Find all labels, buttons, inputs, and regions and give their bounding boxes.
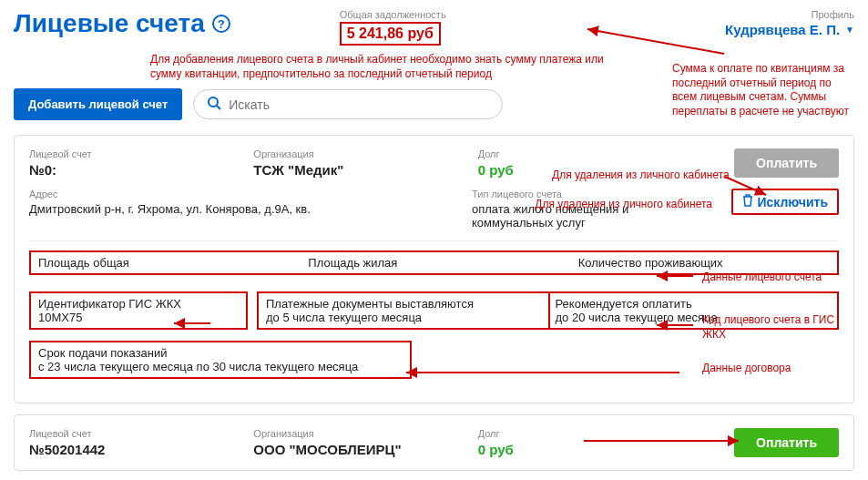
annotation-delete-text: Для удаления из личного кабинета	[552, 169, 730, 183]
org-label: Организация	[253, 428, 459, 439]
search-icon	[207, 96, 221, 113]
account-value: №50201442	[29, 442, 235, 457]
debt-value: 5 241,86 руб	[340, 22, 441, 46]
debt-label: Общая задолженность	[340, 9, 446, 20]
svg-line-2	[217, 106, 220, 109]
org-label: Организация	[253, 148, 459, 159]
exclude-button[interactable]: Исключить	[731, 189, 839, 215]
org-value: ООО "МОСОБЛЕИРЦ"	[253, 442, 459, 457]
org-value: ТСЖ "Медик"	[253, 162, 459, 178]
debt-label: Долг	[478, 428, 684, 439]
address-value: Дмитровский р-н, г. Яхрома, ул. Конярова…	[29, 202, 454, 216]
chevron-down-icon: ▼	[845, 25, 854, 35]
trash-icon	[742, 194, 753, 209]
add-account-button[interactable]: Добавить лицевой счет	[14, 88, 182, 120]
help-icon[interactable]: ?	[212, 15, 230, 33]
account-label: Лицевой счет	[29, 428, 235, 439]
residents-label: Количество проживающих	[578, 256, 830, 270]
annotation-debt: Сумма к оплате по квитанциям за последни…	[672, 62, 850, 118]
profile-block[interactable]: Профиль Кудрявцева Е. П. ▼	[725, 9, 854, 37]
debt-label: Долг	[478, 148, 684, 159]
title-text: Лицевые счета	[14, 9, 205, 38]
account-card: Лицевой счет №0: Организация ТСЖ "Медик"…	[14, 135, 854, 403]
annotation-add: Для добавления лицевого счета в личный к…	[150, 53, 606, 81]
pay-button-disabled[interactable]: Оплатить	[734, 148, 839, 178]
annotation-data: Данные лицевого счета	[702, 271, 822, 285]
account-label: Лицевой счет	[29, 148, 235, 159]
search-wrap[interactable]	[193, 89, 503, 119]
page-title: Лицевые счета ?	[14, 9, 230, 38]
search-input[interactable]	[229, 97, 489, 112]
readings-value: с 23 числа текущего месяца по 30 числа т…	[38, 360, 358, 373]
address-label: Адрес	[29, 189, 454, 199]
pay-button[interactable]: Оплатить	[734, 428, 839, 457]
rec-label: Рекомендуется оплатить	[556, 297, 831, 311]
gis-value: 10МХ75	[38, 311, 239, 324]
readings-label: Срок подачи показаний	[38, 346, 358, 360]
area-total-label: Площадь общая	[38, 256, 290, 270]
annotation-contract: Данные договора	[702, 362, 791, 376]
docs-value: до 5 числа текущего месяца	[266, 311, 541, 324]
account-card: Лицевой счет №50201442 Организация ООО "…	[14, 414, 854, 471]
account-value: №0:	[29, 162, 235, 178]
annotation-gis: Код лицевого счета в ГИС ЖКХ	[702, 313, 853, 342]
gis-label: Идентификатор ГИС ЖКХ	[38, 297, 239, 311]
debt-value: 0 руб	[478, 442, 684, 457]
docs-label: Платежные документы выставляются	[266, 297, 541, 311]
profile-name[interactable]: Кудрявцева Е. П. ▼	[725, 22, 854, 37]
total-debt-block: Общая задолженность 5 241,86 руб	[340, 9, 446, 46]
svg-point-1	[209, 97, 218, 107]
profile-label: Профиль	[725, 9, 854, 20]
area-living-label: Площадь жилая	[308, 256, 559, 270]
